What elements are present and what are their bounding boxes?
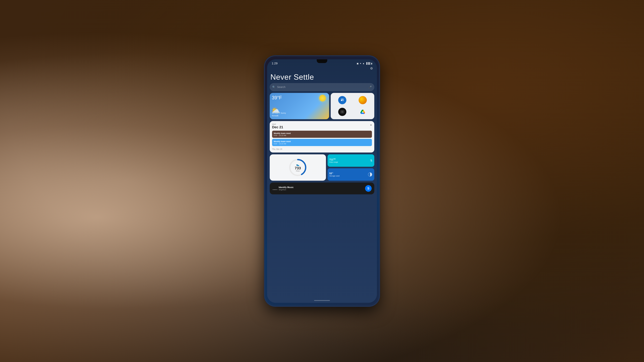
data-amount: 711MB: [330, 158, 369, 161]
sim-icon: ▣: [357, 62, 358, 65]
weather-widget[interactable]: 39°F ⛅ 39°F/26°F Sunny Norwalk: [270, 93, 329, 119]
weather-temperature: 39°F: [272, 95, 327, 100]
calendar-widget[interactable]: Wed Dec 21 + Weekly team meet 9:30 – 10:…: [270, 121, 374, 152]
storage-text: 53% Storage used: [330, 172, 366, 177]
steps-widget[interactable]: 👟 733 Steps: [270, 154, 326, 181]
storage-unit: %: [332, 172, 333, 174]
data-arrows-icon: ⇅: [370, 159, 372, 162]
shazam-button[interactable]: S: [365, 185, 372, 192]
music-text: Identify Music Sing/Hum: [279, 186, 365, 191]
steps-count: 733: [295, 166, 301, 170]
data-usage-text: 711MB Data usage: [330, 158, 369, 163]
camera-app-icon[interactable]: [338, 108, 346, 116]
steps-center: 👟 733 Steps: [295, 163, 301, 172]
calendar-date: Wed Dec 21: [272, 123, 283, 129]
music-subtitle: Sing/Hum: [279, 189, 365, 191]
stats-column: 711MB Data usage ⇅ 53%: [328, 154, 374, 181]
search-bar[interactable]: 🔍 Search 🎤: [270, 83, 374, 91]
event-1-title: Weekly team meet: [274, 132, 370, 135]
top-widgets-row: 39°F ⛅ 39°F/26°F Sunny Norwalk: [270, 93, 374, 119]
music-title: Identify Music: [279, 186, 365, 189]
search-icon: 🔍: [272, 85, 276, 89]
phone-screen: 1:29 ▣ ✦ ▲ ▐▐▐ ▮ ⚙ Never Settle 🔍: [267, 59, 377, 303]
status-time: 1:29: [272, 62, 278, 65]
orange-app-icon[interactable]: [358, 96, 367, 104]
drive-app-icon[interactable]: [358, 108, 367, 116]
event-2-title: Weekly team meet: [274, 140, 370, 143]
home-indicator: [267, 298, 377, 303]
event-2-time: 9:30 – 10:15 AM: [274, 143, 370, 145]
data-usage-label: Data usage: [330, 161, 369, 163]
bluetooth-icon: ✦: [360, 62, 362, 65]
svg-rect-2: [342, 100, 344, 100]
signal-icon: ▐▐▐: [366, 62, 370, 65]
main-title: Never Settle: [270, 68, 374, 81]
storage-label: Storage used: [330, 175, 366, 177]
calendar-header: Wed Dec 21 +: [272, 123, 372, 129]
music-waveform: [272, 189, 278, 190]
weather-location: Norwalk: [272, 114, 327, 117]
screen-content: Never Settle 🔍 Search 🎤 39°F ⛅: [267, 67, 377, 298]
data-amount-value: 711: [330, 158, 333, 161]
steps-label: Steps: [295, 170, 301, 172]
status-icons: ▣ ✦ ▲ ▐▐▐ ▮: [357, 62, 372, 65]
svg-rect-3: [342, 101, 344, 101]
music-content: Identify Music Sing/Hum: [272, 186, 365, 191]
calendar-next-date: Thu, Dec 29: [272, 147, 372, 150]
phone-body: 1:29 ▣ ✦ ▲ ▐▐▐ ▮ ⚙ Never Settle 🔍: [265, 56, 379, 306]
bottom-widgets-row: 👟 733 Steps 711M: [270, 154, 374, 181]
data-usage-widget[interactable]: 711MB Data usage ⇅: [328, 154, 374, 167]
wifi-icon: ▲: [362, 62, 364, 65]
calendar-date-number: Dec 21: [272, 125, 283, 129]
phone-notch: [317, 59, 327, 63]
calendar-day-label: Wed: [272, 123, 283, 125]
calendar-add-button[interactable]: +: [370, 123, 372, 127]
home-bar: [314, 300, 330, 301]
storage-widget[interactable]: 53% Storage used: [328, 168, 374, 181]
calendar-event-2[interactable]: Weekly team meet 9:30 – 10:15 AM: [272, 139, 372, 146]
storage-percent: 53%: [330, 172, 366, 175]
settings-gear-icon[interactable]: ⚙: [370, 67, 373, 70]
phone-device: 1:29 ▣ ✦ ▲ ▐▐▐ ▮ ⚙ Never Settle 🔍: [265, 56, 379, 306]
svg-rect-1: [341, 100, 342, 101]
steps-ring: 👟 733 Steps: [288, 158, 308, 177]
search-placeholder: Search: [277, 85, 367, 88]
music-widget[interactable]: Identify Music Sing/Hum S: [270, 183, 374, 194]
weather-sun: [319, 95, 326, 101]
weather-cloud-icon: ⛅: [271, 106, 280, 115]
data-unit: MB: [333, 158, 336, 160]
apps-widget[interactable]: [331, 93, 374, 119]
storage-half-circle-icon: [368, 172, 372, 177]
event-1-time: 9:30 – 10:15 AM: [274, 134, 370, 136]
mic-icon: 🎤: [368, 85, 372, 89]
steps-icon: 👟: [295, 163, 301, 166]
storage-percent-value: 53: [330, 172, 332, 175]
calculator-app-icon[interactable]: [338, 96, 346, 104]
svg-rect-0: [341, 99, 344, 99]
calendar-event-1[interactable]: Weekly team meet 9:30 – 10:15 AM: [272, 131, 372, 138]
battery-icon: ▮: [371, 62, 372, 65]
